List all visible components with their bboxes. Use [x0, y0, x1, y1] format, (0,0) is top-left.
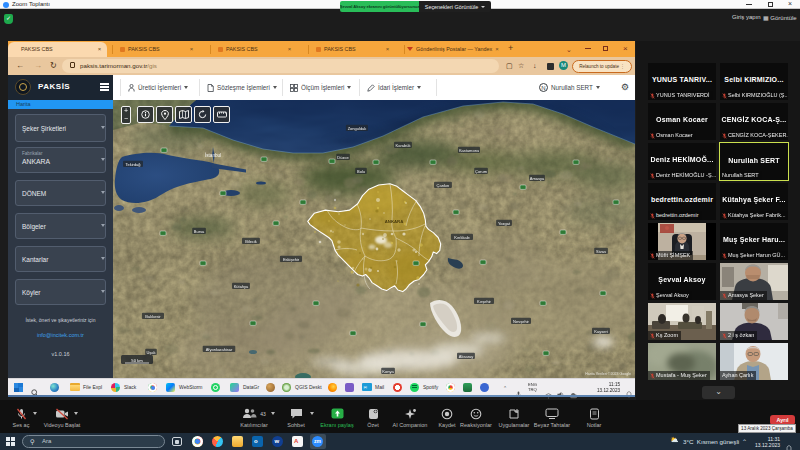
svg-text:Balıkesir: Balıkesir: [145, 314, 161, 319]
svg-text:Kütahya: Kütahya: [234, 284, 249, 289]
svg-text:Amasya: Amasya: [530, 176, 545, 181]
svg-text:Sivas: Sivas: [596, 249, 606, 254]
svg-text:Tekirdağ: Tekirdağ: [125, 162, 140, 167]
svg-text:50 km: 50 km: [131, 358, 143, 363]
svg-text:Düzce: Düzce: [337, 155, 349, 160]
svg-text:Afyonkarahisar: Afyonkarahisar: [206, 347, 233, 352]
svg-text:Yozgat: Yozgat: [498, 221, 511, 226]
svg-text:Bilecik: Bilecik: [245, 239, 257, 244]
svg-text:Harita Verileri ©2023 Google: Harita Verileri ©2023 Google: [585, 372, 631, 376]
svg-text:Zonguldak: Zonguldak: [348, 126, 367, 131]
svg-text:Aksaray: Aksaray: [459, 354, 473, 359]
svg-text:Eskişehir: Eskişehir: [283, 257, 300, 262]
svg-text:Nevşehir: Nevşehir: [513, 319, 529, 324]
svg-text:Bolu: Bolu: [357, 169, 365, 174]
svg-text:ANKARA: ANKARA: [385, 219, 404, 224]
svg-text:İstanbul: İstanbul: [205, 152, 221, 158]
svg-text:Uşak: Uşak: [146, 350, 155, 355]
svg-text:Karabük: Karabük: [396, 143, 411, 148]
svg-text:Konya: Konya: [382, 369, 394, 374]
svg-text:Kayseri: Kayseri: [594, 329, 607, 334]
svg-text:Çankırı: Çankırı: [437, 183, 450, 188]
svg-text:Kastamonu: Kastamonu: [459, 148, 479, 153]
svg-text:Kırıkkale: Kırıkkale: [454, 235, 470, 240]
svg-text:Kırşehir: Kırşehir: [477, 299, 491, 304]
svg-text:Çorum: Çorum: [475, 169, 488, 174]
svg-text:Bursa: Bursa: [194, 229, 205, 234]
